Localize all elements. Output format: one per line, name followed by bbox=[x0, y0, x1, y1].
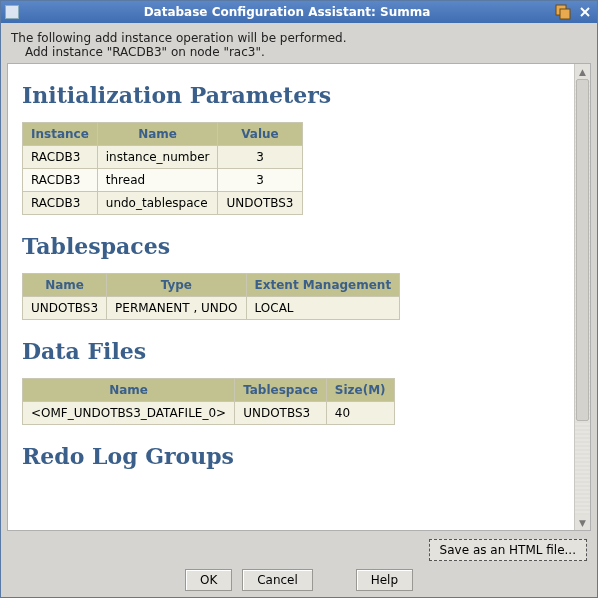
col-ts-type: Type bbox=[107, 274, 246, 297]
table-header-row: Name Type Extent Management bbox=[23, 274, 400, 297]
col-ts-extent: Extent Management bbox=[246, 274, 400, 297]
intro-line2: Add instance "RACDB3" on node "rac3". bbox=[11, 45, 589, 59]
summary-content: Initialization Parameters Instance Name … bbox=[8, 64, 574, 530]
data-files-table: Name Tablespace Size(M) <OMF_UNDOTBS3_DA… bbox=[22, 378, 395, 425]
scroll-down-icon[interactable]: ▼ bbox=[575, 515, 590, 530]
save-html-button[interactable]: Save as an HTML file... bbox=[429, 539, 587, 561]
col-instance: Instance bbox=[23, 123, 98, 146]
col-name: Name bbox=[97, 123, 218, 146]
intro-line1: The following add instance operation wil… bbox=[11, 31, 589, 45]
table-row: RACDB3 undo_tablespace UNDOTBS3 bbox=[23, 192, 303, 215]
tablespaces-table: Name Type Extent Management UNDOTBS3 PER… bbox=[22, 273, 400, 320]
footer: Save as an HTML file... OK Cancel Help bbox=[1, 535, 597, 591]
section-init-params: Initialization Parameters bbox=[22, 82, 560, 108]
table-row: UNDOTBS3 PERMANENT , UNDO LOCAL bbox=[23, 297, 400, 320]
client-area: The following add instance operation wil… bbox=[1, 23, 597, 597]
intro-text: The following add instance operation wil… bbox=[11, 31, 589, 59]
table-row: RACDB3 instance_number 3 bbox=[23, 146, 303, 169]
col-ts-name: Name bbox=[23, 274, 107, 297]
col-value: Value bbox=[218, 123, 302, 146]
titlebar: Database Configuration Assistant: Summa bbox=[1, 1, 597, 23]
scroll-track[interactable] bbox=[575, 79, 590, 515]
vertical-scrollbar[interactable]: ▲ ▼ bbox=[574, 64, 590, 530]
dialog-window: Database Configuration Assistant: Summa … bbox=[0, 0, 598, 598]
overlap-windows-icon bbox=[553, 3, 571, 21]
ok-button[interactable]: OK bbox=[185, 569, 232, 591]
svg-rect-1 bbox=[560, 9, 570, 19]
window-title: Database Configuration Assistant: Summa bbox=[25, 5, 549, 19]
cancel-button[interactable]: Cancel bbox=[242, 569, 313, 591]
section-redo-log: Redo Log Groups bbox=[22, 443, 560, 469]
col-df-name: Name bbox=[23, 379, 235, 402]
col-df-ts: Tablespace bbox=[235, 379, 327, 402]
scroll-up-icon[interactable]: ▲ bbox=[575, 64, 590, 79]
table-header-row: Instance Name Value bbox=[23, 123, 303, 146]
section-tablespaces: Tablespaces bbox=[22, 233, 560, 259]
section-data-files: Data Files bbox=[22, 338, 560, 364]
scroll-thumb[interactable] bbox=[576, 79, 589, 421]
close-button[interactable] bbox=[577, 4, 593, 20]
table-row: RACDB3 thread 3 bbox=[23, 169, 303, 192]
init-params-table: Instance Name Value RACDB3 instance_numb… bbox=[22, 122, 303, 215]
summary-panel: Initialization Parameters Instance Name … bbox=[7, 63, 591, 531]
help-button[interactable]: Help bbox=[356, 569, 413, 591]
window-icon bbox=[5, 5, 19, 19]
table-header-row: Name Tablespace Size(M) bbox=[23, 379, 395, 402]
col-df-size: Size(M) bbox=[326, 379, 394, 402]
table-row: <OMF_UNDOTBS3_DATAFILE_0> UNDOTBS3 40 bbox=[23, 402, 395, 425]
